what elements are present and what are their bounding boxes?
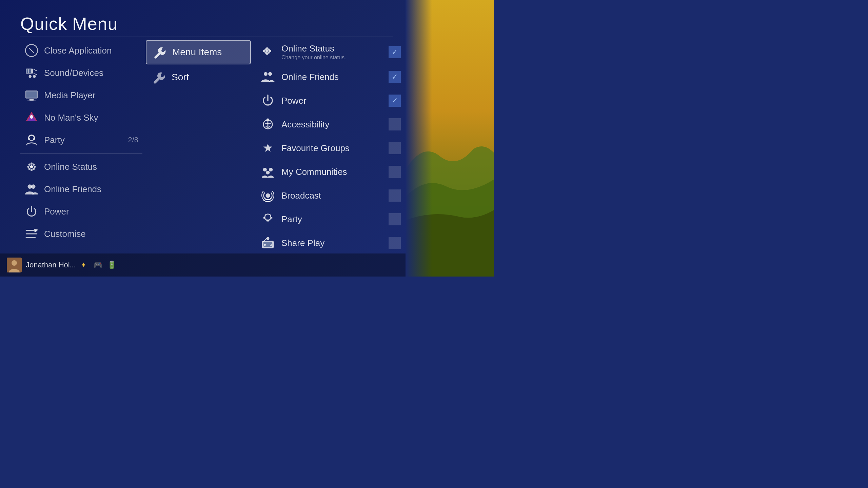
background-landscape	[406, 0, 494, 277]
avatar	[7, 258, 22, 272]
close-application-label: Close Application	[44, 45, 112, 56]
power-checkbox[interactable]: ✓	[389, 95, 401, 107]
svg-line-2	[29, 48, 34, 53]
right-item-online-friends[interactable]: Online Friends ✓	[258, 66, 403, 88]
settings-item-sort[interactable]: Sort	[146, 66, 251, 89]
ps-plus-icon: ✦	[81, 261, 86, 269]
online-friends-icon	[24, 182, 39, 196]
svg-point-55	[266, 171, 270, 175]
right-item-broadcast[interactable]: Broadcast	[258, 185, 403, 206]
svg-rect-5	[29, 69, 31, 73]
online-status-r-icon	[260, 45, 275, 60]
menu-items-label: Menu Items	[172, 47, 222, 58]
online-status-info: Online Status Change your online status.	[281, 43, 389, 61]
sidebar-item-power[interactable]: Power	[20, 201, 142, 222]
right-item-favourite-groups[interactable]: Favourite Groups	[258, 137, 403, 159]
share-play-checkbox[interactable]	[389, 237, 401, 249]
sidebar-item-online-status[interactable]: Online Status	[20, 156, 142, 177]
online-friends-info: Online Friends	[281, 72, 389, 82]
right-item-party[interactable]: Party	[258, 208, 403, 230]
sort-label: Sort	[172, 72, 189, 83]
page-title: Quick Menu	[20, 14, 118, 34]
right-item-accessibility[interactable]: Accessibility	[258, 114, 403, 135]
left-menu: Close Application Sound/Devices	[20, 40, 142, 246]
settings-item-menu-items[interactable]: Menu Items	[146, 40, 251, 64]
svg-point-54	[269, 168, 273, 171]
accessibility-checkbox[interactable]	[389, 118, 401, 130]
svg-point-65	[12, 260, 17, 266]
svg-rect-4	[26, 69, 28, 73]
svg-point-53	[263, 168, 267, 171]
power-r-icon	[260, 93, 275, 108]
customise-label: Customise	[44, 229, 86, 239]
right-item-my-communities[interactable]: My Communities	[258, 161, 403, 183]
online-friends-label: Online Friends	[44, 184, 101, 195]
sidebar-item-no-mans-sky[interactable]: No Man's Sky	[20, 107, 142, 128]
svg-rect-19	[33, 138, 35, 140]
no-mans-sky-label: No Man's Sky	[44, 113, 98, 123]
customise-icon	[24, 227, 39, 241]
sidebar-item-online-friends[interactable]: Online Friends	[20, 179, 142, 200]
sidebar-item-party[interactable]: Party 2/8	[20, 129, 142, 150]
svg-rect-0	[406, 0, 494, 277]
svg-point-42	[263, 50, 265, 52]
svg-rect-12	[29, 99, 34, 101]
party-checkbox[interactable]	[389, 213, 401, 225]
sidebar-item-sound-devices[interactable]: Sound/Devices	[20, 62, 142, 83]
svg-point-9	[29, 75, 32, 78]
check-mark-3: ✓	[392, 96, 398, 105]
battery-icon: 🔋	[107, 261, 116, 269]
wrench-icon-menu-items	[153, 45, 167, 59]
power-label: Power	[44, 206, 69, 217]
right-item-power[interactable]: Power ✓	[258, 90, 403, 111]
svg-rect-57	[267, 220, 270, 221]
accessibility-r-label: Accessibility	[281, 119, 389, 130]
party-label: Party	[44, 135, 65, 145]
favourite-groups-r-icon	[260, 141, 275, 156]
svg-line-7	[34, 74, 37, 75]
my-communities-info: My Communities	[281, 167, 389, 177]
online-status-icon	[24, 160, 39, 174]
party-r-icon	[260, 212, 275, 227]
online-status-checkbox[interactable]: ✓	[389, 46, 401, 58]
party-info: Party	[281, 214, 389, 225]
svg-point-29	[34, 166, 36, 168]
share-play-r-label: Share Play	[281, 238, 389, 248]
svg-rect-13	[27, 101, 36, 101]
media-player-icon	[24, 88, 39, 102]
online-status-label: Online Status	[44, 162, 97, 172]
my-communities-checkbox[interactable]	[389, 166, 401, 178]
sidebar-item-customise[interactable]: Customise	[20, 223, 142, 244]
broadcast-r-label: Broadcast	[281, 190, 389, 201]
my-communities-r-icon	[260, 164, 275, 179]
media-player-label: Media Player	[44, 90, 96, 101]
right-item-share-play[interactable]: Share Play	[258, 232, 403, 254]
sidebar-item-close-application[interactable]: Close Application	[20, 40, 142, 61]
svg-point-21	[30, 165, 33, 168]
check-mark: ✓	[392, 48, 398, 57]
svg-rect-61	[271, 244, 272, 246]
online-friends-checkbox[interactable]: ✓	[389, 71, 401, 83]
broadcast-r-icon	[260, 188, 275, 203]
menu-divider	[20, 153, 142, 154]
favourite-groups-checkbox[interactable]	[389, 142, 401, 154]
close-app-icon	[24, 43, 39, 58]
main-content: Quick Menu Close Application	[0, 0, 406, 277]
svg-point-45	[264, 72, 268, 76]
broadcast-checkbox[interactable]	[389, 189, 401, 202]
user-name: Jonathan Hol...	[26, 261, 76, 269]
right-item-online-status[interactable]: Online Status Change your online status.…	[258, 40, 403, 64]
sound-icon	[24, 66, 39, 80]
sidebar-item-media-player[interactable]: Media Player	[20, 85, 142, 106]
svg-point-63	[267, 237, 270, 240]
power-r-label: Power	[281, 96, 389, 106]
svg-point-31	[31, 184, 36, 189]
power-icon	[24, 204, 39, 219]
accessibility-r-icon	[260, 117, 275, 132]
svg-point-25	[33, 168, 35, 170]
svg-point-43	[269, 50, 271, 52]
header-divider	[20, 37, 393, 37]
bottom-bar: Jonathan Hol... ✦ 🎮 🔋	[0, 253, 406, 277]
svg-point-46	[268, 72, 272, 76]
svg-line-6	[34, 69, 37, 71]
